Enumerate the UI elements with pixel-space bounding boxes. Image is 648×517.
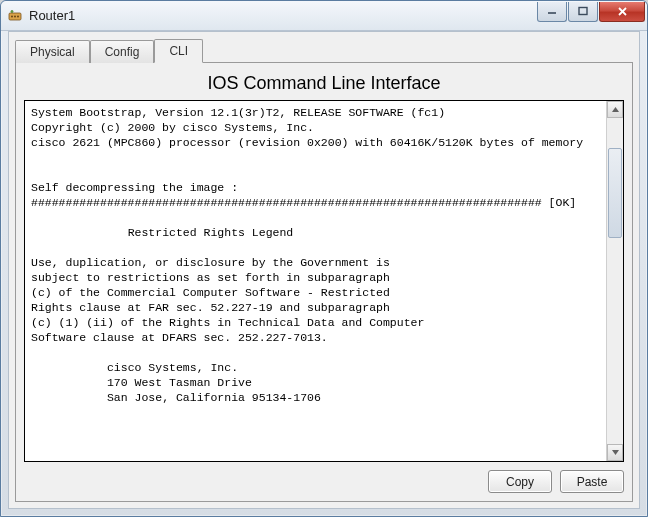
svg-rect-6 (579, 8, 587, 15)
panel-title: IOS Command Line Interface (24, 73, 624, 94)
minimize-icon (547, 6, 557, 16)
close-button[interactable] (599, 2, 645, 22)
button-row: Copy Paste (24, 470, 624, 493)
tab-bar: Physical Config CLI (15, 36, 633, 62)
maximize-button[interactable] (568, 2, 598, 22)
window-title: Router1 (29, 8, 536, 23)
copy-button[interactable]: Copy (488, 470, 552, 493)
scroll-up-button[interactable] (607, 101, 623, 118)
cli-panel: IOS Command Line Interface System Bootst… (15, 62, 633, 502)
svg-point-2 (14, 15, 16, 17)
terminal-container: System Bootstrap, Version 12.1(3r)T2, RE… (24, 100, 624, 462)
app-window: Router1 Physical Config CLI IOS Command … (0, 0, 648, 517)
app-icon (7, 8, 23, 24)
scroll-thumb[interactable] (608, 148, 622, 238)
client-area: Physical Config CLI IOS Command Line Int… (8, 31, 640, 509)
svg-point-1 (11, 15, 13, 17)
chevron-down-icon (612, 450, 619, 455)
maximize-icon (578, 6, 588, 16)
svg-point-3 (17, 15, 19, 17)
close-icon (617, 6, 628, 17)
svg-marker-10 (612, 450, 619, 455)
window-controls (536, 2, 645, 24)
minimize-button[interactable] (537, 2, 567, 22)
tab-config[interactable]: Config (90, 40, 155, 63)
svg-point-4 (11, 10, 13, 12)
paste-button[interactable]: Paste (560, 470, 624, 493)
tab-physical[interactable]: Physical (15, 40, 90, 63)
tab-cli[interactable]: CLI (154, 39, 203, 63)
chevron-up-icon (612, 107, 619, 112)
scrollbar[interactable] (606, 101, 623, 461)
terminal-output[interactable]: System Bootstrap, Version 12.1(3r)T2, RE… (25, 101, 606, 461)
svg-marker-9 (612, 107, 619, 112)
titlebar[interactable]: Router1 (1, 1, 647, 31)
scroll-down-button[interactable] (607, 444, 623, 461)
scroll-track[interactable] (607, 118, 623, 444)
